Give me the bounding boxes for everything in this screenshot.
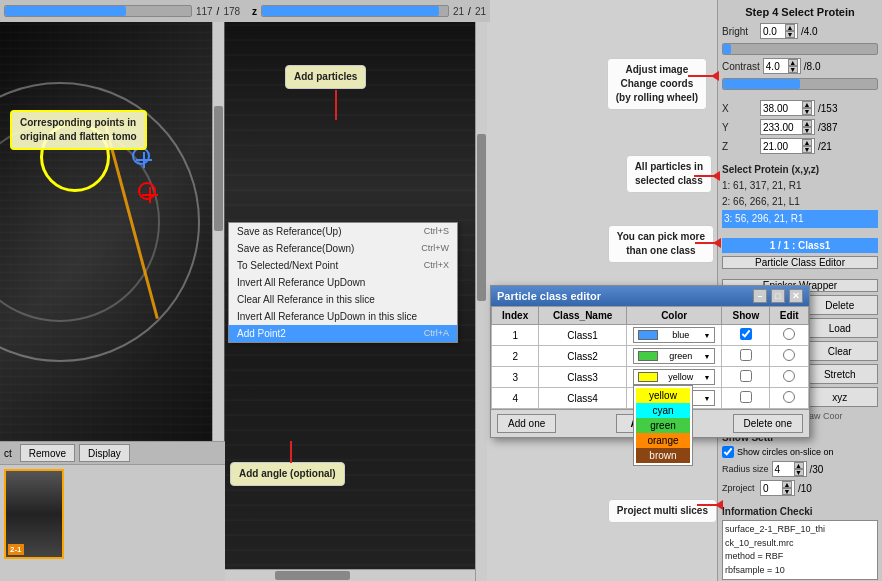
bright-slider-row (722, 42, 878, 55)
callout-all-particles-label: All particles in selected class (635, 161, 703, 186)
z-down[interactable]: ▼ (802, 146, 812, 153)
pce-edit-4 (770, 388, 809, 409)
ctx-invert-slice[interactable]: Invert All Referance UpDown in this slic… (229, 308, 457, 325)
show-circles-checkbox[interactable] (722, 446, 734, 458)
z-coord-max: /21 (818, 141, 832, 152)
contrast-input[interactable]: 4.0 ▲ ▼ (763, 58, 801, 74)
zproject-spin[interactable]: ▲ ▼ (782, 481, 792, 495)
zproject-input[interactable]: 0 ▲ ▼ (760, 480, 795, 496)
x-up[interactable]: ▲ (802, 101, 812, 108)
x-input[interactable]: 38.00 ▲ ▼ (760, 100, 815, 116)
ctx-save-down[interactable]: Save as Referance(Down) Ctrl+W (229, 240, 457, 257)
pce-delete-one-btn[interactable]: Delete one (733, 414, 803, 433)
z-slider[interactable] (261, 5, 449, 17)
middle-panel-scrollbar-v[interactable] (475, 22, 487, 581)
contrast-spin[interactable]: ▲ ▼ (788, 59, 798, 73)
ctx-clear-all-label: Clear All Referance in this slice (237, 294, 375, 305)
pce-col-show: Show (722, 307, 770, 325)
pce-color-text-1: blue (672, 330, 689, 340)
bright-up[interactable]: ▲ (785, 24, 795, 31)
ctx-add-point2[interactable]: Add Point2 Ctrl+A (229, 325, 457, 342)
pce-edit-radio-2[interactable] (783, 349, 795, 361)
contrast-up[interactable]: ▲ (788, 59, 798, 66)
pce-color-btn-2[interactable]: green ▼ (633, 348, 715, 364)
y-up[interactable]: ▲ (802, 120, 812, 127)
pce-color-arrow-3: ▼ (703, 374, 710, 381)
ctx-invert-all[interactable]: Invert All Referance UpDown (229, 274, 457, 291)
pce-maximize-btn[interactable]: □ (771, 289, 785, 303)
ctx-save-up[interactable]: Save as Referance(Up) Ctrl+S (229, 223, 457, 240)
thumbnail[interactable]: 2-1 (4, 469, 64, 559)
pce-col-class-name: Class_Name (539, 307, 627, 325)
y-input[interactable]: 233.00 ▲ ▼ (760, 119, 815, 135)
protein-2[interactable]: 2: 66, 266, 21, L1 (722, 194, 878, 210)
contrast-slider[interactable] (722, 78, 878, 90)
pce-edit-2 (770, 346, 809, 367)
pce-show-checkbox-2[interactable] (740, 349, 752, 361)
y-down[interactable]: ▼ (802, 127, 812, 134)
clear-btn[interactable]: Clear (802, 341, 879, 361)
radius-input[interactable]: 4 ▲ ▼ (772, 461, 807, 477)
bright-spin[interactable]: ▲ ▼ (785, 24, 795, 38)
z-spin[interactable]: ▲ ▼ (802, 139, 812, 153)
pce-show-checkbox-1[interactable] (740, 328, 752, 340)
left-image-panel[interactable] (0, 22, 225, 441)
z-input[interactable]: 21.00 ▲ ▼ (760, 138, 815, 154)
bright-input[interactable]: 0.0 ▲ ▼ (760, 23, 798, 39)
zproject-down[interactable]: ▼ (782, 488, 792, 495)
select-protein-label: Select Protein (x,y,z) (722, 164, 878, 175)
left-panel-scrollbar-v[interactable] (212, 22, 224, 441)
contrast-slider-row (722, 77, 878, 90)
pce-add-one-btn[interactable]: Add one (497, 414, 556, 433)
zproject-up[interactable]: ▲ (782, 481, 792, 488)
left-panel-scroll-thumb[interactable] (214, 106, 223, 232)
color-opt-brown[interactable]: brown (636, 448, 690, 463)
xyz-btn[interactable]: xyz (802, 387, 879, 407)
pce-color-text-2: green (669, 351, 692, 361)
radius-up[interactable]: ▲ (794, 462, 804, 469)
pce-show-2 (722, 346, 770, 367)
contrast-down[interactable]: ▼ (788, 66, 798, 73)
remove-btn[interactable]: Remove (20, 444, 75, 462)
stretch-btn[interactable]: Stretch (802, 364, 879, 384)
y-spin[interactable]: ▲ ▼ (802, 120, 812, 134)
pce-color-btn-1[interactable]: blue ▼ (633, 327, 715, 343)
display-btn[interactable]: Display (79, 444, 130, 462)
pce-col-index: Index (492, 307, 539, 325)
protein-3[interactable]: 3: 56, 296, 21, R1 (722, 210, 878, 228)
x-spin[interactable]: ▲ ▼ (802, 101, 812, 115)
middle-panel-scrollbar-h[interactable] (225, 569, 475, 581)
protein-1[interactable]: 1: 61, 317, 21, R1 (722, 178, 878, 194)
bright-slider[interactable] (722, 43, 878, 55)
load-btn[interactable]: Load (802, 318, 879, 338)
pce-minimize-btn[interactable]: – (753, 289, 767, 303)
radius-down[interactable]: ▼ (794, 469, 804, 476)
middle-panel-scroll-thumb-h[interactable] (275, 571, 350, 580)
pce-color-btn-3[interactable]: yellow ▼ (633, 369, 715, 385)
color-opt-orange[interactable]: orange (636, 433, 690, 448)
radius-row: Radius size 4 ▲ ▼ /30 (722, 461, 878, 477)
z-up[interactable]: ▲ (802, 139, 812, 146)
delete-btn[interactable]: Delete (802, 295, 879, 315)
pce-edit-radio-4[interactable] (783, 391, 795, 403)
z-label: z (252, 6, 257, 17)
color-opt-yellow[interactable]: yellow (636, 388, 690, 403)
slice-slider[interactable] (4, 5, 192, 17)
x-down[interactable]: ▼ (802, 108, 812, 115)
particle-class-editor-btn[interactable]: Particle Class Editor (722, 256, 878, 269)
pce-show-checkbox-4[interactable] (740, 391, 752, 403)
pce-edit-radio-3[interactable] (783, 370, 795, 382)
pce-close-btn[interactable]: ✕ (789, 289, 803, 303)
color-opt-green[interactable]: green (636, 418, 690, 433)
pce-edit-radio-1[interactable] (783, 328, 795, 340)
ctx-clear-all[interactable]: Clear All Referance in this slice (229, 291, 457, 308)
ctx-to-selected[interactable]: To Selected/Next Point Ctrl+X (229, 257, 457, 274)
middle-panel-scroll-thumb[interactable] (477, 134, 486, 302)
bright-down[interactable]: ▼ (785, 31, 795, 38)
radius-spin[interactable]: ▲ ▼ (794, 462, 804, 476)
bottom-panel: ct Remove Display 2-1 (0, 441, 225, 581)
color-opt-cyan[interactable]: cyan (636, 403, 690, 418)
z-sep: / (468, 6, 471, 17)
pce-show-checkbox-3[interactable] (740, 370, 752, 382)
ctx-add-point2-shortcut: Ctrl+A (424, 328, 449, 339)
